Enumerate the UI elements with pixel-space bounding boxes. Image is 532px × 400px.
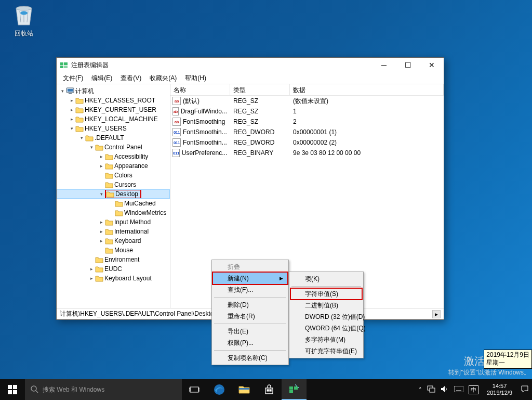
scroll-right-button[interactable]: ▸ <box>432 310 441 318</box>
folder-icon <box>105 228 113 235</box>
tree-keyboard-layout[interactable]: ▸Keyboard Layout <box>57 274 170 283</box>
minimize-button[interactable]: ─ <box>372 58 396 72</box>
tree-control-panel[interactable]: ▾Control Panel <box>57 143 170 152</box>
tree-international[interactable]: ▸International <box>57 227 170 236</box>
taskbar: 搜索 Web 和 Windows ˄ 中 14:57 2019/12/9 <box>0 379 532 400</box>
tree-label: 计算机 <box>75 87 94 96</box>
volume-icon[interactable] <box>441 385 449 394</box>
svg-rect-6 <box>68 89 73 92</box>
value-data: 9e 3e 03 80 12 00 00 00 <box>290 149 444 157</box>
menu-favorites[interactable]: 收藏夹(A) <box>145 73 181 84</box>
ctx-export[interactable]: 导出(E) <box>213 326 287 337</box>
edge-icon[interactable] <box>207 379 232 400</box>
svg-rect-20 <box>270 390 271 391</box>
svg-rect-22 <box>294 386 298 390</box>
list-row[interactable]: abFontSmoothingREG_SZ2 <box>170 117 444 127</box>
action-center-icon[interactable] <box>521 385 529 394</box>
ctx-copy-key-name[interactable]: 复制项名称(C) <box>213 352 287 364</box>
tree-input-method[interactable]: ▸Input Method <box>57 217 170 227</box>
ctx-new-string[interactable]: 字符串值(S) <box>290 288 362 300</box>
svg-rect-29 <box>454 386 463 392</box>
taskview-button[interactable] <box>182 379 207 400</box>
list-row[interactable]: 011FontSmoothin...REG_DWORD0x00000001 (1… <box>170 127 444 137</box>
menu-view[interactable]: 查看(V) <box>116 73 145 84</box>
menu-help[interactable]: 帮助(H) <box>181 73 210 84</box>
string-value-icon: ab <box>172 107 179 115</box>
tree-default[interactable]: ▾.DEFAULT <box>57 133 170 143</box>
svg-rect-1 <box>60 62 63 65</box>
tree-colors[interactable]: Colors <box>57 171 170 180</box>
ime-indicator[interactable]: 中 <box>469 385 478 394</box>
tree-label: .DEFAULT <box>95 134 124 141</box>
tree-label: EUDC <box>104 265 122 273</box>
close-button[interactable]: ✕ <box>420 58 444 72</box>
tree-hklm[interactable]: ▸HKEY_LOCAL_MACHINE <box>57 114 170 124</box>
maximize-button[interactable]: ☐ <box>396 58 420 72</box>
ctx-rename[interactable]: 重命名(R) <box>213 311 287 322</box>
tree-accessibility[interactable]: ▸Accessibility <box>57 152 170 161</box>
value-name: DragFullWindo... <box>181 108 227 115</box>
tree-windowmetrics[interactable]: WindowMetrics <box>57 208 170 217</box>
folder-icon <box>75 125 84 132</box>
ctx-new[interactable]: 新建(N)▶ <box>213 273 287 284</box>
tree-label: Appearance <box>114 162 148 170</box>
clock-time: 14:57 <box>487 383 512 390</box>
tree-environment[interactable]: Environment <box>57 255 170 264</box>
file-explorer-icon[interactable] <box>232 379 257 400</box>
column-name[interactable]: 名称 <box>170 84 230 95</box>
menu-file[interactable]: 文件(F) <box>59 73 87 84</box>
ctx-new-dword[interactable]: DWORD (32 位)值(D) <box>290 311 362 322</box>
tree-muicached[interactable]: MuiCached <box>57 199 170 208</box>
tree-appearance[interactable]: ▸Appearance <box>57 161 170 171</box>
tree-hkcr[interactable]: ▸HKEY_CLASSES_ROOT <box>57 96 170 105</box>
tree-cursors[interactable]: Cursors <box>57 180 170 189</box>
tree-keyboard[interactable]: ▸Keyboard <box>57 236 170 246</box>
tree-eudc[interactable]: ▸EUDC <box>57 264 170 274</box>
ctx-new-expandstring[interactable]: 可扩充字符串值(E) <box>290 345 362 357</box>
tree-hkeyusers[interactable]: ▾HKEY_USERS <box>57 124 170 133</box>
folder-icon <box>115 200 123 207</box>
ctx-permissions[interactable]: 权限(P)... <box>213 337 287 349</box>
ctx-delete[interactable]: 删除(D) <box>213 299 287 311</box>
tree-desktop[interactable]: ▾Desktop <box>57 189 170 199</box>
store-icon[interactable] <box>257 379 282 400</box>
task-icons <box>182 379 307 400</box>
ctx-new-key[interactable]: 项(K) <box>290 273 362 285</box>
list-row[interactable]: abDragFullWindo...REG_SZ1 <box>170 106 444 117</box>
ctx-collapse[interactable]: 折叠 <box>213 261 287 273</box>
tree-mouse[interactable]: Mouse <box>57 246 170 255</box>
svg-point-25 <box>298 387 299 388</box>
desktop-icon-recycle-bin[interactable]: 回收站 <box>7 3 41 38</box>
tree-hkcu[interactable]: ▸HKEY_CURRENT_USER <box>57 105 170 114</box>
value-type: REG_SZ <box>230 108 290 115</box>
column-type[interactable]: 类型 <box>230 84 290 95</box>
keyboard-icon[interactable] <box>454 386 463 393</box>
tree-pane[interactable]: ▾计算机 ▸HKEY_CLASSES_ROOT ▸HKEY_CURRENT_US… <box>57 84 170 308</box>
recycle-bin-icon <box>13 3 35 27</box>
value-data: 0x00000001 (1) <box>290 128 444 136</box>
list-row[interactable]: ab(默认)REG_SZ(数值未设置) <box>170 96 444 106</box>
tree-label: Keyboard Layout <box>104 275 152 282</box>
taskbar-clock[interactable]: 14:57 2019/12/9 <box>484 383 515 396</box>
ctx-new-qword[interactable]: QWORD (64 位)值(Q) <box>290 322 362 334</box>
value-name: (默认) <box>183 97 200 106</box>
tree-label: Input Method <box>114 218 151 226</box>
regedit-icon <box>60 61 68 69</box>
tray-overflow-icon[interactable]: ˄ <box>419 386 422 393</box>
column-data[interactable]: 数据 <box>290 84 444 95</box>
ctx-new-multistring[interactable]: 多字符串值(M) <box>290 334 362 345</box>
search-box[interactable]: 搜索 Web 和 Windows <box>25 379 182 400</box>
recycle-bin-label: 回收站 <box>7 29 41 38</box>
tree-computer[interactable]: ▾计算机 <box>57 86 170 96</box>
start-button[interactable] <box>0 379 25 400</box>
network-icon[interactable] <box>427 385 435 394</box>
list-row[interactable]: 011FontSmoothin...REG_DWORD0x00000002 (2… <box>170 137 444 148</box>
regedit-taskbar-icon[interactable] <box>282 379 307 400</box>
menu-edit[interactable]: 编辑(E) <box>87 73 116 84</box>
string-value-icon: ab <box>172 97 181 105</box>
ctx-find[interactable]: 查找(F)... <box>213 284 287 295</box>
ctx-new-binary[interactable]: 二进制值(B) <box>290 300 362 311</box>
context-menu-new: 项(K) 字符串值(S) 二进制值(B) DWORD (32 位)值(D) QW… <box>289 272 364 358</box>
binary-value-icon: 011 <box>172 149 180 157</box>
list-row[interactable]: 011UserPreferenc...REG_BINARY9e 3e 03 80… <box>170 148 444 158</box>
